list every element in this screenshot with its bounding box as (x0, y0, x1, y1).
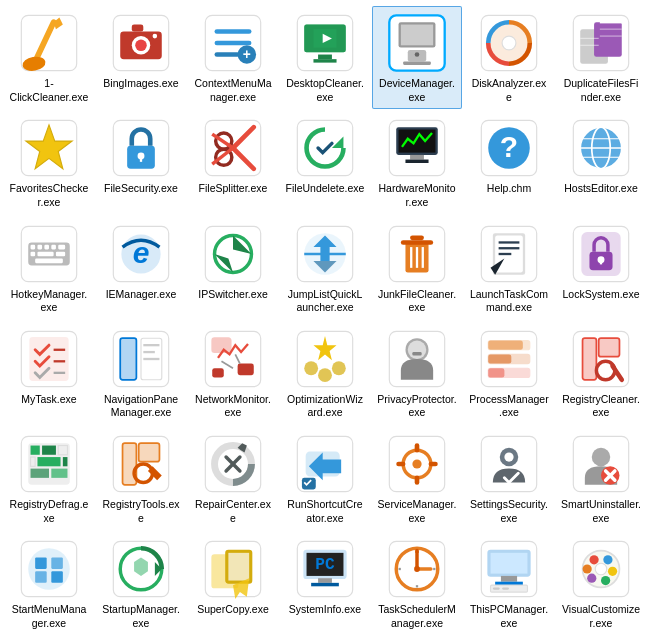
svg-rect-73 (44, 244, 49, 249)
icon-item-visualcust[interactable]: VisualCustomizer.exe (556, 532, 646, 635)
icon-item-hotkeymanager[interactable]: HotkeyManager.exe (4, 217, 94, 320)
icon-item-settingssecurity[interactable]: SettingsSecurity.exe (464, 427, 554, 530)
icon-image-junkfilecleaner (387, 224, 447, 284)
icon-item-startmenu[interactable]: StartMenuManager.exe (4, 532, 94, 635)
icon-grid: 1-ClickCleaner.exe BingImages.exe + Cont… (0, 0, 650, 636)
icon-label-mytask: MyTask.exe (21, 393, 76, 407)
svg-rect-141 (488, 354, 511, 363)
icon-item-jumplistlauncher[interactable]: JumpListQuickLauncher.exe (280, 217, 370, 320)
svg-rect-136 (412, 352, 421, 355)
icon-label-locksystem: LockSystem.exe (562, 288, 639, 302)
icon-item-taskscheduler[interactable]: TaskSchedulerManager.exe (372, 532, 462, 635)
svg-rect-145 (583, 338, 597, 380)
icon-image-help: ? (479, 118, 539, 178)
icon-item-desktopcleaner[interactable]: DesktopCleaner.exe (280, 6, 370, 109)
icon-image-servicemanager (387, 434, 447, 494)
svg-rect-160 (51, 469, 67, 478)
svg-rect-124 (238, 363, 254, 375)
icon-item-sysinfo[interactable]: PC SystemInfo.exe (280, 532, 370, 635)
icon-item-hostseditor[interactable]: HostsEditor.exe (556, 111, 646, 214)
icon-label-smartuninstaller: SmartUninstaller.exe (561, 498, 641, 525)
icon-item-filesplitter[interactable]: FileSplitter.exe (188, 111, 278, 214)
icon-item-1clickcleaner[interactable]: 1-ClickCleaner.exe (4, 6, 94, 109)
icon-item-shortcutcreator[interactable]: RunShortcutCreator.exe (280, 427, 370, 530)
svg-rect-182 (429, 462, 438, 467)
icon-item-processmanager[interactable]: ProcessManager.exe (464, 322, 554, 425)
svg-point-235 (583, 565, 592, 574)
icon-image-bingimages (111, 13, 171, 73)
icon-item-locksystem[interactable]: LockSystem.exe (556, 217, 646, 320)
icon-item-networkmonitor[interactable]: NetworkMonitor.exe (188, 322, 278, 425)
icon-item-help[interactable]: ? Help.chm (464, 111, 554, 214)
svg-rect-8 (132, 25, 144, 32)
icon-item-privacypro[interactable]: PrivacyProtector.exe (372, 322, 462, 425)
icon-item-repaircenter[interactable]: RepairCenter.exe (188, 427, 278, 530)
icon-item-bingimages[interactable]: BingImages.exe (96, 6, 186, 109)
icon-item-thispc[interactable]: ThisPCManager.exe (464, 532, 554, 635)
icon-item-filesecurity[interactable]: FileSecurity.exe (96, 111, 186, 214)
svg-rect-72 (37, 244, 42, 249)
icon-item-diskanalyzer[interactable]: DiskAnalyzer.exe (464, 6, 554, 109)
icon-item-fileundelete[interactable]: FileUndelete.exe (280, 111, 370, 214)
icon-item-junkfilecleaner[interactable]: JunkFileCleaner.exe (372, 217, 462, 320)
icon-label-jumplistlauncher: JumpListQuickLauncher.exe (285, 288, 365, 315)
icon-label-1clickcleaner: 1-ClickCleaner.exe (9, 77, 89, 104)
icon-image-privacypro (387, 329, 447, 389)
icon-label-iemanager: IEManager.exe (106, 288, 177, 302)
svg-rect-33 (594, 22, 622, 57)
icon-item-iemanager[interactable]: e IEManager.exe (96, 217, 186, 320)
svg-point-234 (587, 574, 596, 583)
icon-image-diskanalyzer (479, 13, 539, 73)
icon-item-startupmanager[interactable]: StartupManager.exe (96, 532, 186, 635)
icon-item-regtools[interactable]: RegistryTools.exe (96, 427, 186, 530)
icon-image-taskscheduler (387, 539, 447, 599)
svg-rect-146 (599, 338, 620, 356)
icon-label-bingimages: BingImages.exe (103, 77, 178, 91)
icon-item-duplicatefinder[interactable]: DuplicateFilesFinder.exe (556, 6, 646, 109)
icon-label-contextmenu: ContextMenuManager.exe (193, 77, 273, 104)
icon-item-navpane[interactable]: NavigationPaneManager.exe (96, 322, 186, 425)
icon-image-mytask (19, 329, 79, 389)
icon-item-favoriteschecker[interactable]: FavoritesChecker.exe (4, 111, 94, 214)
icon-item-regdefrag[interactable]: RegistryDefrag.exe (4, 427, 94, 530)
icon-image-optiwizard (295, 329, 355, 389)
svg-point-192 (28, 549, 70, 591)
icon-label-desktopcleaner: DesktopCleaner.exe (285, 77, 365, 104)
icon-item-launchtask[interactable]: LaunchTaskCommand.exe (464, 217, 554, 320)
icon-label-ipswitcher: IPSwitcher.exe (198, 288, 267, 302)
svg-point-7 (135, 40, 147, 52)
svg-rect-222 (491, 553, 528, 574)
icon-label-visualcust: VisualCustomizer.exe (561, 603, 641, 630)
svg-rect-93 (401, 240, 433, 245)
icon-item-servicemanager[interactable]: ServiceManager.exe (372, 427, 462, 530)
icon-item-ipswitcher[interactable]: IPSwitcher.exe (188, 217, 278, 320)
icon-item-hardwaremonitor[interactable]: HardwareMonitor.exe (372, 111, 462, 214)
svg-point-30 (502, 36, 516, 50)
svg-rect-194 (51, 558, 63, 570)
icon-item-supercopy[interactable]: SuperCopy.exe (188, 532, 278, 635)
svg-rect-57 (410, 155, 424, 160)
icon-image-ipswitcher (203, 224, 263, 284)
icon-item-mytask[interactable]: MyTask.exe (4, 322, 94, 425)
svg-rect-193 (35, 558, 47, 570)
svg-rect-74 (51, 244, 56, 249)
svg-point-231 (603, 556, 612, 565)
icon-label-launchtask: LaunchTaskCommand.exe (469, 288, 549, 315)
svg-rect-157 (37, 457, 60, 466)
icon-image-repaircenter (203, 434, 263, 494)
icon-label-diskanalyzer: DiskAnalyzer.exe (469, 77, 549, 104)
svg-rect-58 (405, 160, 428, 163)
icon-item-regcleaner[interactable]: RegistryCleaner.exe (556, 322, 646, 425)
svg-point-187 (592, 448, 610, 466)
icon-item-contextmenu[interactable]: + ContextMenuManager.exe (188, 6, 278, 109)
svg-rect-159 (31, 469, 49, 478)
icon-item-devicemanager[interactable]: DeviceManager.exe (372, 6, 462, 109)
icon-item-smartuninstaller[interactable]: SmartUninstaller.exe (556, 427, 646, 530)
icon-image-settingssecurity (479, 434, 539, 494)
icon-label-supercopy: SuperCopy.exe (197, 603, 269, 617)
icon-label-settingssecurity: SettingsSecurity.exe (469, 498, 549, 525)
svg-text:+: + (243, 46, 251, 62)
svg-rect-44 (140, 156, 142, 162)
icon-image-sysinfo: PC (295, 539, 355, 599)
icon-item-optiwizard[interactable]: OptimizationWizard.exe (280, 322, 370, 425)
